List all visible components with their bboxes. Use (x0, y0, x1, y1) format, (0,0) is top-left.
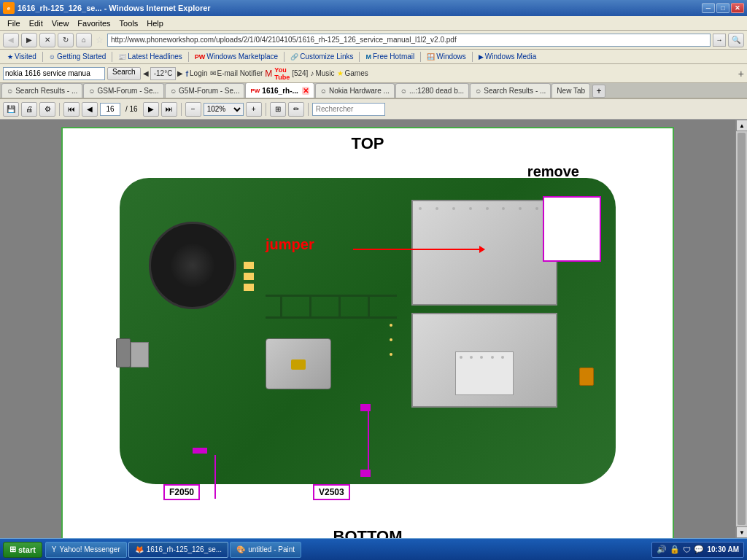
back-button[interactable]: ◀ (3, 33, 19, 47)
home-button[interactable]: ⌂ (76, 33, 92, 47)
refresh-button[interactable]: ↻ (58, 33, 74, 47)
page-total: / 16 (123, 105, 141, 113)
close-button[interactable]: ✕ (731, 3, 744, 13)
speaker-component (149, 222, 236, 309)
trace-v2 (309, 295, 311, 316)
new-tab-button[interactable]: + (592, 85, 605, 98)
menu-view[interactable]: View (47, 18, 74, 29)
tab-label: 1616_rh-... (262, 87, 298, 95)
tab-label: GSM-Forum - Se... (97, 87, 158, 95)
bookmark-headlines[interactable]: 📰 Latest Headlines (115, 52, 185, 61)
taskbar-firefox[interactable]: 🦊 1616_rh-125_126_se... (128, 542, 228, 558)
forward-button[interactable]: ▶ (21, 33, 37, 47)
add-toolbar-button[interactable]: + (738, 68, 744, 79)
email-icon: ✉ (210, 69, 216, 77)
tray-security-icon[interactable]: 🔒 (670, 545, 680, 554)
search-button-2[interactable]: Search (107, 67, 141, 80)
f2050-line (214, 455, 216, 499)
circuit-container: TOP remove (77, 143, 658, 534)
url-combo-input[interactable] (3, 67, 105, 80)
menu-file[interactable]: File (3, 18, 25, 29)
zoom-select[interactable]: 102%75%100%125% (204, 103, 244, 116)
vertical-scrollbar[interactable]: ▲ ▼ (735, 120, 747, 538)
bookmark-marketplace[interactable]: PW Windows Marketplace (192, 52, 281, 61)
tab-search-results-2[interactable]: ☺ Search Results - ... (470, 83, 551, 98)
taskbar-yahoo[interactable]: Y Yahoo! Messenger (45, 542, 127, 558)
menu-edit[interactable]: Edit (25, 18, 47, 29)
search-button[interactable]: 🔍 (728, 33, 744, 47)
pdf-fit-page[interactable]: ⊞ (270, 102, 286, 117)
tray-extra-icon[interactable]: 💬 (694, 545, 704, 554)
notification-widget[interactable]: [524] (292, 69, 308, 77)
scroll-up-button[interactable]: ▲ (736, 120, 747, 131)
tab-search-results-1[interactable]: ☺ Search Results - ... (1, 83, 82, 98)
facebook-widget[interactable]: f Login (185, 69, 207, 78)
page-number-input[interactable] (100, 103, 120, 116)
pdf-zoom-out[interactable]: − (185, 102, 201, 117)
games-widget[interactable]: ★ Games (337, 69, 368, 77)
tab-close-button[interactable]: ✕ (302, 87, 309, 95)
tab-nokia-hardware[interactable]: ☺ Nokia Hardware ... (315, 83, 395, 98)
v2503-connector-bottom (360, 470, 371, 477)
email-widget[interactable]: ✉ E-mail Notifier (210, 69, 263, 77)
pdf-page: TOP remove (61, 127, 674, 538)
tab-gsm-forum-1[interactable]: ☺ GSM-Forum - Se... (83, 83, 164, 98)
titlebar-title: 1616_rh-125_126_se... - Windows Internet… (18, 4, 211, 12)
pdf-save-button[interactable]: 💾 (3, 102, 19, 117)
menu-help[interactable]: Help (142, 18, 168, 29)
favorites-star[interactable]: ☆ (96, 35, 104, 45)
speaker-cone (171, 244, 214, 287)
minimize-button[interactable]: ─ (702, 3, 715, 13)
start-button[interactable]: ⊞ start (3, 542, 42, 558)
browser-icon: e (3, 2, 15, 14)
menu-tools[interactable]: Tools (115, 18, 143, 29)
jumper-arrow (353, 249, 484, 250)
tab-1280-dead[interactable]: ☺ ...:1280 dead b... (395, 83, 469, 98)
f2050-connector (193, 448, 207, 454)
youtube-widget[interactable]: YouTube (274, 66, 290, 81)
component-dots (456, 352, 513, 362)
pdf-viewport[interactable]: TOP remove (0, 120, 735, 538)
tab-new[interactable]: New Tab (551, 83, 590, 98)
scroll-down-button[interactable]: ▼ (736, 526, 747, 538)
bookmark-customize[interactable]: 🔗 Customize Links (287, 52, 356, 61)
pdf-print-button[interactable]: 🖨 (21, 102, 37, 117)
connector-pin (291, 359, 306, 370)
bookmark-windows[interactable]: 🪟 Windows (424, 52, 469, 61)
go-button[interactable]: → (713, 34, 726, 47)
pdf-search-input[interactable] (312, 103, 385, 116)
pdf-first-page[interactable]: ⏮ (63, 102, 80, 117)
scroll-thumb[interactable] (738, 133, 746, 525)
component-dot (390, 324, 392, 327)
yahoo-icon: Y (52, 545, 57, 553)
mcafee-widget[interactable]: M (265, 69, 272, 79)
tab-1616-pdf[interactable]: PW 1616_rh-... ✕ (245, 83, 314, 98)
firefox-icon: 🦊 (135, 545, 144, 553)
menu-favorites[interactable]: Favorites (73, 18, 115, 29)
tab-icon: ☺ (320, 88, 327, 95)
bookmark-visited[interactable]: ★ Visited (4, 52, 39, 61)
taskbar-yahoo-label: Yahoo! Messenger (60, 545, 120, 553)
tray-network-icon[interactable]: 🔊 (657, 545, 667, 554)
pdf-zoom-in[interactable]: + (246, 102, 262, 117)
facebook-icon: f (185, 69, 188, 78)
bookmark-windows-label: Windows (436, 52, 466, 61)
address-bar[interactable] (107, 34, 711, 47)
bookmark-getting-started[interactable]: ☺ Getting Started (46, 52, 109, 61)
pdf-next-page[interactable]: ▶ (143, 102, 159, 117)
maximize-button[interactable]: □ (716, 3, 729, 13)
tray-virus-icon[interactable]: 🛡 (683, 545, 691, 554)
pdf-tools[interactable]: ✏ (288, 102, 304, 117)
pdf-last-page[interactable]: ⏭ (161, 102, 177, 117)
bookmark-media[interactable]: ▶ Windows Media (476, 52, 540, 61)
tab-g5m-forum[interactable]: ☺ G5M-Forum - Se... (165, 83, 245, 98)
pdf-prev-page[interactable]: ◀ (82, 102, 98, 117)
star-icon: ★ (7, 53, 13, 61)
pdf-options-button[interactable]: ⚙ (39, 102, 55, 117)
stop-button[interactable]: ✕ (39, 33, 55, 47)
music-widget[interactable]: ♪ Music (310, 69, 334, 77)
facebook-label: Login (190, 69, 207, 77)
taskbar-paint[interactable]: 🎨 untitled - Paint (230, 542, 301, 558)
bookmark-hotmail[interactable]: M Free Hotmail (363, 52, 417, 61)
bookmark-customize-label: Customize Links (300, 52, 353, 61)
